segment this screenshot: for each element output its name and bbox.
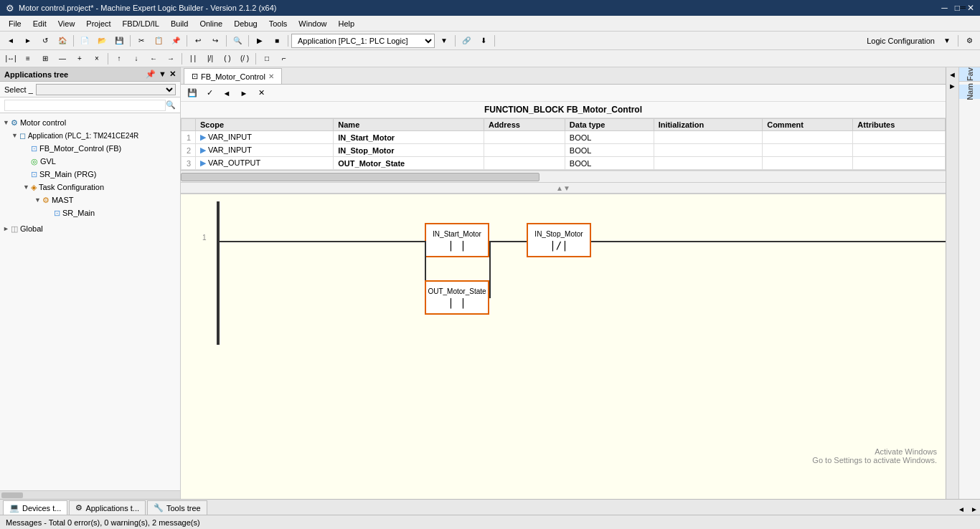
tb2-btn6[interactable]: × — [89, 52, 105, 66]
search-input[interactable] — [4, 100, 166, 111]
tab-tools-tree[interactable]: 🔧 Tools tree — [147, 500, 207, 515]
paste-button[interactable]: 📌 — [168, 34, 184, 48]
forward-button[interactable]: ► — [20, 34, 36, 48]
var-table-scrollbar[interactable] — [181, 171, 946, 182]
tree-item-mast[interactable]: ▼ ⚙ MAST — [0, 194, 180, 206]
tree-item-application[interactable]: ▼ ◻ Application (PLC_1: TM241CE24R — [0, 129, 180, 142]
tree-label-sr-main-prg: SR_Main (PRG) — [39, 170, 96, 178]
menu-file[interactable]: File — [3, 18, 27, 29]
left-scrollbar[interactable] — [0, 490, 180, 499]
tree-item-gvl[interactable]: ► ◎ GVL — [0, 155, 180, 168]
contact-label-start: IN_Start_Motor — [433, 230, 481, 238]
tree-item-sr-main[interactable]: ► ⊡ SR_Main — [0, 206, 180, 219]
tree-item-sr-main-prg[interactable]: ► ⊡ SR_Main (PRG) — [0, 168, 180, 181]
row-name-2[interactable]: IN_Stop_Motor — [334, 144, 484, 157]
menu-view[interactable]: View — [52, 18, 81, 29]
menu-project[interactable]: Project — [80, 18, 116, 29]
menu-edit[interactable]: Edit — [27, 18, 52, 29]
menu-build[interactable]: Build — [165, 18, 194, 29]
contact-out-motor-parallel[interactable]: OUT_Motor_State | | — [425, 280, 489, 315]
tb2-branch-btn[interactable]: ⌐ — [276, 52, 292, 66]
home-button[interactable]: 🏠 — [55, 34, 70, 48]
app-selector[interactable]: Application [PLC_1: PLC Logic] — [291, 34, 435, 48]
save-button[interactable]: 💾 — [111, 34, 127, 48]
contact-in-stop-motor[interactable]: IN_Stop_Motor |/| — [527, 223, 591, 257]
row-name-1[interactable]: IN_Start_Motor — [334, 131, 484, 144]
editor-check-btn[interactable]: ✓ — [202, 87, 217, 100]
editor-save-btn[interactable]: 💾 — [185, 87, 199, 100]
dropdown-btn[interactable]: ▼ — [436, 34, 452, 48]
back-button[interactable]: ◄ — [3, 34, 19, 48]
connect-button[interactable]: 🔗 — [458, 34, 474, 48]
menu-window[interactable]: Window — [293, 18, 332, 29]
panel-close-icon[interactable]: ✕ — [169, 70, 176, 79]
editor-arrow-right[interactable]: ► — [237, 87, 251, 100]
tb2-btn9[interactable]: ← — [146, 52, 161, 66]
tb2-btn3[interactable]: ⊞ — [37, 52, 53, 66]
tab-devices-tree[interactable]: 💻 Devices t... — [3, 500, 67, 515]
logic-config-dropdown[interactable]: ▼ — [939, 34, 955, 48]
tb2-contact-btn[interactable]: | | — [185, 52, 201, 66]
row-name-3[interactable]: OUT_Motor_State — [334, 157, 484, 170]
contact-in-start-motor[interactable]: IN_Start_Motor | | — [425, 223, 489, 257]
menu-fbd-ld-il[interactable]: FBD/LD/IL — [117, 18, 165, 29]
tb2-btn8[interactable]: ↓ — [128, 52, 144, 66]
table-row[interactable]: 3 ▶VAR_OUTPUT OUT_Motor_State BOOL — [182, 157, 946, 170]
refresh-button[interactable]: ↺ — [37, 34, 53, 48]
menu-online[interactable]: Online — [194, 18, 228, 29]
bottom-expand-btn[interactable]: ◄ — [956, 503, 967, 515]
tb2-btn1[interactable]: |↔| — [3, 52, 19, 66]
bottom-collapse-btn[interactable]: ► — [969, 503, 980, 515]
tb2-ncontact-btn[interactable]: |/| — [202, 52, 218, 66]
menu-tools[interactable]: Tools — [263, 18, 293, 29]
scrollbar-thumb[interactable] — [1, 492, 23, 498]
window-controls[interactable]: ─ □ ✕ — [941, 3, 974, 13]
close-button[interactable]: ✕ — [967, 3, 974, 13]
right-sidebar: ◄ ► — [946, 67, 958, 499]
select-all-dropdown[interactable] — [36, 84, 176, 95]
editor-arrow-left[interactable]: ◄ — [220, 87, 234, 100]
tb2-coil-btn[interactable]: ( ) — [220, 52, 235, 66]
tab-applications-tree[interactable]: ⚙ Applications t... — [69, 500, 146, 515]
open-button[interactable]: 📂 — [94, 34, 110, 48]
tree-item-fb-motor[interactable]: ► ⊡ FB_Motor_Control (FB) — [0, 142, 180, 155]
menu-debug[interactable]: Debug — [228, 18, 263, 29]
stop-button[interactable]: ■ — [269, 34, 285, 48]
search-button[interactable]: 🔍 — [230, 34, 245, 48]
splitter-bar[interactable]: ▲▼ — [181, 182, 946, 194]
tab-fb-motor-control[interactable]: ⊡ FB_Motor_Control ✕ — [184, 68, 282, 84]
tab-close-btn[interactable]: ✕ — [268, 72, 274, 80]
build-button[interactable]: ▶ — [252, 34, 268, 48]
minimize-button[interactable]: ─ — [941, 3, 948, 13]
tb2-btn2[interactable]: ≡ — [20, 52, 36, 66]
tb2-ncoil-btn[interactable]: (/ ) — [237, 52, 253, 66]
scrollbar-thumb-h[interactable] — [181, 173, 540, 181]
undo-button[interactable]: ↩ — [190, 34, 206, 48]
tree-item-global[interactable]: ► ◫ Global — [0, 222, 180, 235]
cut-button[interactable]: ✂ — [133, 34, 149, 48]
search-icon[interactable]: 🔍 — [166, 100, 176, 110]
sidebar-expand-icon[interactable]: ► — [948, 82, 956, 90]
tree-item-motor-control[interactable]: ▼ ⚙ Motor control — [0, 116, 180, 129]
new-button[interactable]: 📄 — [77, 34, 93, 48]
tree-item-task-config[interactable]: ▼ ◈ Task Configuration — [0, 181, 180, 194]
sidebar-collapse-icon[interactable]: ◄ — [948, 70, 956, 79]
table-row[interactable]: 1 ▶VAR_INPUT IN_Start_Motor BOOL — [182, 131, 946, 144]
settings-button[interactable]: ⚙ — [961, 34, 977, 48]
download-button[interactable]: ⬇ — [476, 34, 491, 48]
copy-button[interactable]: 📋 — [151, 34, 166, 48]
editor-cancel-btn[interactable]: ✕ — [254, 87, 268, 100]
tb2-btn4[interactable]: — — [55, 52, 70, 66]
parallel-contact-label: OUT_Motor_State — [428, 287, 486, 295]
tb2-btn7[interactable]: ↑ — [111, 52, 127, 66]
tb2-btn5[interactable]: + — [72, 52, 88, 66]
tb2-btn10[interactable]: → — [163, 52, 179, 66]
restore-button[interactable]: □ — [955, 3, 960, 13]
redo-button[interactable]: ↪ — [207, 34, 223, 48]
table-row[interactable]: 2 ▶VAR_INPUT IN_Stop_Motor BOOL — [182, 144, 946, 157]
menu-help[interactable]: Help — [332, 18, 360, 29]
pin-icon[interactable]: 📌 — [146, 70, 156, 79]
tb2-func-btn[interactable]: □ — [259, 52, 275, 66]
sep-6 — [288, 35, 288, 47]
panel-menu-icon[interactable]: ▼ — [159, 70, 166, 79]
